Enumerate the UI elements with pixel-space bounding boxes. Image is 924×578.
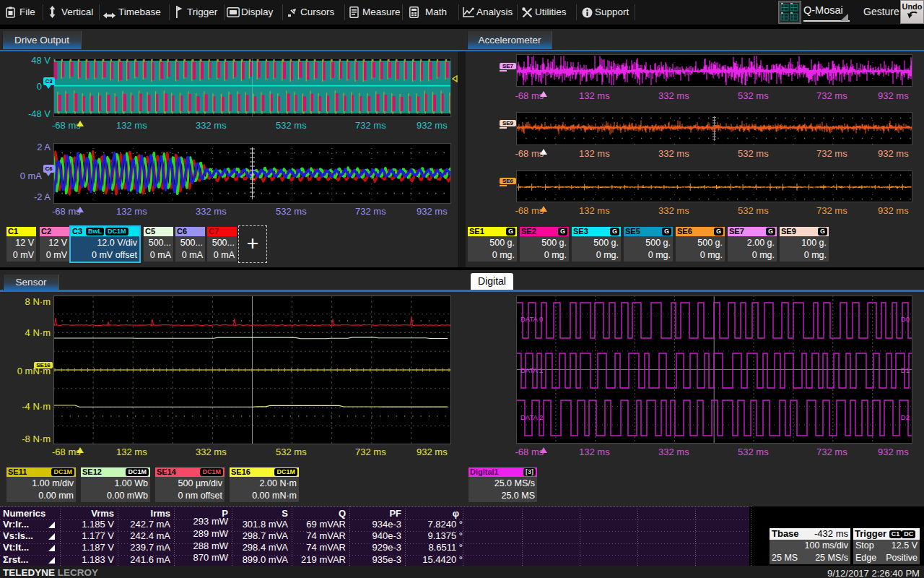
svg-text:D2: D2 <box>901 413 910 421</box>
svg-text:DATA 1: DATA 1 <box>520 366 543 374</box>
svg-text:D0: D0 <box>901 315 910 323</box>
svg-text:DATA 2: DATA 2 <box>520 413 543 421</box>
svg-text:D1: D1 <box>901 366 910 374</box>
svg-text:DATA 0: DATA 0 <box>520 315 543 323</box>
